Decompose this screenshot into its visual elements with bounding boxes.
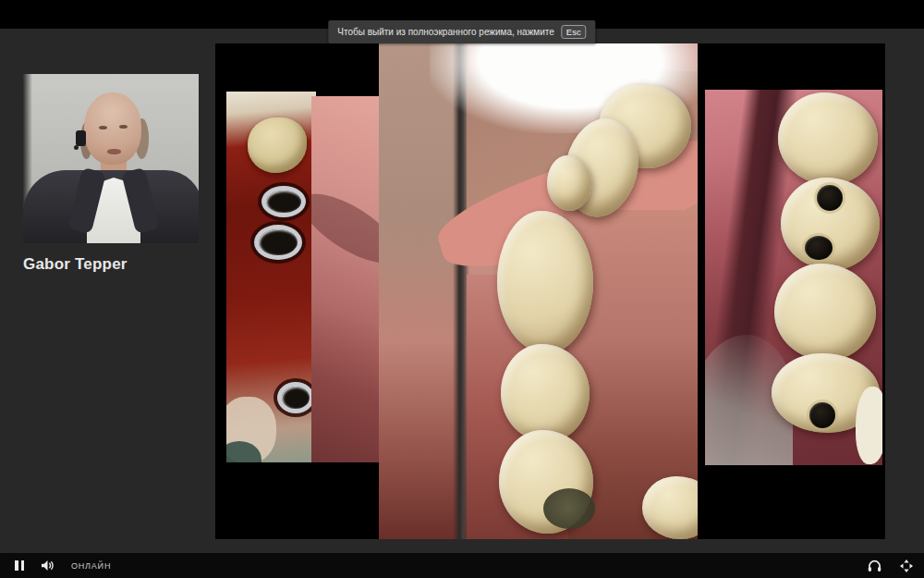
tooth-crown (497, 211, 593, 353)
toast-message: Чтобы выйти из полноэкранного режима, на… (337, 27, 554, 37)
fullscreen-icon (900, 560, 913, 572)
headset-earcup (76, 130, 86, 146)
headphones-icon (868, 560, 881, 572)
presentation-area (215, 43, 885, 539)
volume-icon (41, 560, 55, 572)
esc-key-badge: Esc (561, 25, 587, 39)
tooth-crown (501, 344, 590, 442)
tooth-wear-spot (543, 488, 595, 529)
slide-photo-occlusal-view (379, 43, 698, 539)
pause-icon (15, 560, 24, 571)
speaker-mouth (107, 149, 121, 154)
adjacent-tooth (856, 387, 882, 464)
speaker-name: Gabor Tepper (23, 255, 128, 274)
slide-photo-screw-retained-crowns (705, 90, 882, 465)
speaker-webcam-video (23, 74, 199, 243)
screw-access-hole (817, 185, 843, 211)
tooth-crown (781, 178, 880, 270)
speaker-eye-left (99, 126, 107, 129)
headset-mic (74, 145, 79, 150)
implant-ring (277, 382, 314, 413)
fullscreen-toggle-button[interactable] (900, 560, 913, 572)
slide-photo-surgical-implants (226, 92, 316, 462)
tooth-crown (774, 264, 876, 361)
screw-access-hole (805, 236, 833, 260)
speaker-eye-right (119, 125, 128, 129)
tooth-crown (547, 155, 591, 211)
fullscreen-exit-toast: Чтобы выйти из полноэкранного режима, на… (328, 20, 595, 43)
player-control-bar: ОНЛАЙН (0, 553, 924, 578)
pause-button[interactable] (15, 560, 24, 571)
audio-mode-button[interactable] (868, 560, 881, 572)
photo-tissue-fold (311, 181, 379, 277)
tooth-crown (778, 92, 878, 185)
slide-photo-cheek-tissue (311, 96, 379, 462)
implant-ring (254, 225, 302, 260)
photo-tooth-shape (248, 117, 307, 173)
implant-ring (261, 186, 306, 217)
volume-button[interactable] (41, 560, 55, 572)
webinar-fullscreen-view: Чтобы выйти из полноэкранного режима, на… (0, 0, 924, 578)
tooth-crown (499, 430, 593, 534)
stream-status-badge: ОНЛАЙН (71, 561, 111, 571)
screw-access-hole (809, 402, 835, 428)
